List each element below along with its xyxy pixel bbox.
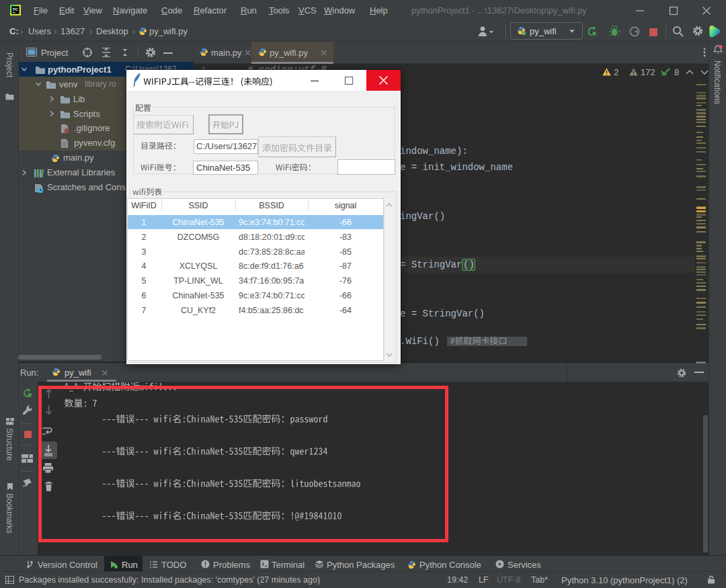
svg-text:PC: PC: [13, 7, 18, 11]
